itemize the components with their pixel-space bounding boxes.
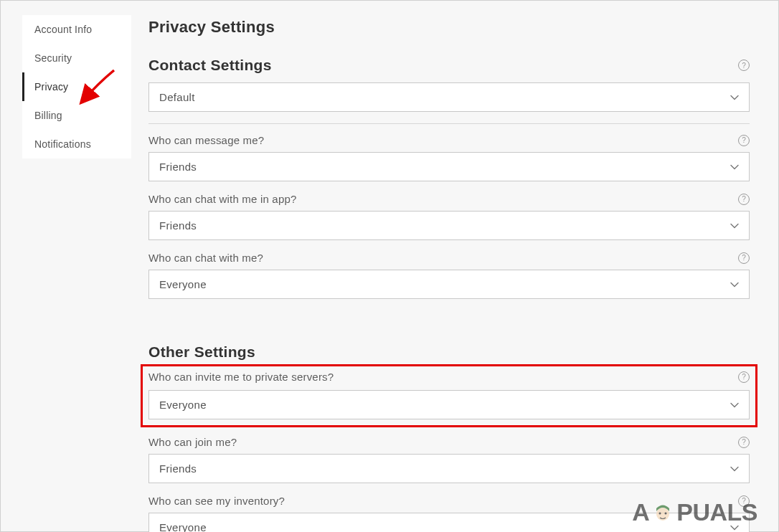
contact-settings-title: Contact Settings bbox=[148, 57, 272, 74]
contact-settings-header: Contact Settings ? bbox=[148, 57, 750, 74]
highlight-annotation: Who can invite me to private servers? ? … bbox=[141, 364, 757, 427]
field-label-row: Who can see my inventory? ? bbox=[148, 495, 750, 507]
chevron-down-icon bbox=[730, 401, 739, 409]
other-settings-title: Other Settings bbox=[148, 343, 750, 361]
section-spacer bbox=[148, 310, 750, 343]
field-label-row: Who can message me? ? bbox=[148, 134, 750, 146]
divider bbox=[148, 123, 750, 124]
field-label: Who can chat with me in app? bbox=[148, 193, 297, 205]
field-label: Who can message me? bbox=[148, 134, 264, 146]
dropdown-value: Friends bbox=[159, 161, 197, 173]
dropdown-value: Everyone bbox=[159, 278, 207, 290]
field-label-row: Who can chat with me? ? bbox=[148, 252, 750, 264]
dropdown-value: Everyone bbox=[159, 521, 207, 532]
help-icon[interactable]: ? bbox=[738, 252, 750, 264]
chat-with-me-dropdown[interactable]: Everyone bbox=[148, 270, 750, 299]
field-message-me: Who can message me? ? Friends bbox=[148, 134, 750, 181]
dropdown-value: Friends bbox=[159, 219, 197, 232]
field-label-row: Who can chat with me in app? ? bbox=[148, 193, 750, 205]
dropdown-value: Friends bbox=[159, 462, 197, 475]
sidebar-item-account-info[interactable]: Account Info bbox=[22, 15, 131, 44]
field-label-row: Who can invite me to private servers? ? bbox=[148, 371, 750, 383]
field-label: Who can see my inventory? bbox=[148, 495, 285, 507]
dropdown-value: Everyone bbox=[159, 399, 207, 411]
chevron-down-icon bbox=[730, 93, 739, 102]
sidebar-item-notifications[interactable]: Notifications bbox=[22, 130, 131, 158]
help-icon[interactable]: ? bbox=[738, 135, 750, 146]
chat-in-app-dropdown[interactable]: Friends bbox=[148, 211, 750, 240]
see-inventory-dropdown[interactable]: Everyone bbox=[148, 513, 750, 532]
chevron-down-icon bbox=[730, 523, 739, 532]
field-join-me: Who can join me? ? Friends bbox=[148, 436, 750, 483]
chevron-down-icon bbox=[730, 280, 739, 289]
field-label-row: Who can join me? ? bbox=[148, 436, 750, 448]
chevron-down-icon bbox=[730, 465, 739, 473]
join-me-dropdown[interactable]: Friends bbox=[148, 454, 750, 483]
field-label: Who can invite me to private servers? bbox=[148, 371, 334, 383]
help-icon[interactable]: ? bbox=[738, 194, 750, 205]
settings-container: Account Info Security Privacy Billing No… bbox=[0, 0, 779, 532]
help-icon[interactable]: ? bbox=[738, 60, 750, 71]
settings-sidebar: Account Info Security Privacy Billing No… bbox=[22, 15, 131, 158]
message-me-dropdown[interactable]: Friends bbox=[148, 152, 750, 181]
field-label: Who can join me? bbox=[148, 436, 237, 448]
page-title: Privacy Settings bbox=[148, 18, 750, 37]
sidebar-item-security[interactable]: Security bbox=[22, 44, 131, 72]
help-icon[interactable]: ? bbox=[738, 495, 750, 507]
help-icon[interactable]: ? bbox=[738, 371, 750, 383]
dropdown-value: Default bbox=[159, 91, 195, 103]
chevron-down-icon bbox=[730, 163, 739, 171]
contact-default-dropdown[interactable]: Default bbox=[148, 82, 750, 112]
chevron-down-icon bbox=[730, 222, 739, 230]
sidebar-item-privacy[interactable]: Privacy bbox=[22, 72, 131, 101]
field-chat-with-me: Who can chat with me? ? Everyone bbox=[148, 252, 750, 299]
help-icon[interactable]: ? bbox=[738, 437, 750, 448]
field-chat-in-app: Who can chat with me in app? ? Friends bbox=[148, 193, 750, 240]
sidebar-item-billing[interactable]: Billing bbox=[22, 101, 131, 130]
invite-private-servers-dropdown[interactable]: Everyone bbox=[148, 390, 750, 419]
field-label: Who can chat with me? bbox=[148, 252, 263, 264]
main-content: Privacy Settings Contact Settings ? Defa… bbox=[131, 1, 778, 531]
field-see-inventory: Who can see my inventory? ? Everyone bbox=[148, 495, 750, 532]
contact-default-field: Default bbox=[148, 82, 750, 112]
